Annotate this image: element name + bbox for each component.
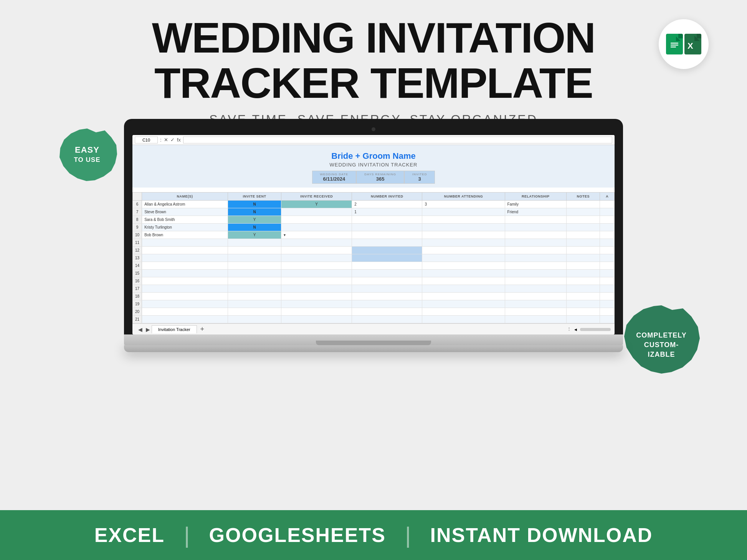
tab-invitation-tracker[interactable]: Invitation Tracker <box>152 325 197 333</box>
col-header-relationship: RELATIONSHIP <box>505 193 566 201</box>
table-row: 17 <box>133 285 615 293</box>
svg-rect-4 <box>671 46 676 48</box>
tab-nav-left[interactable]: ◀ <box>136 326 144 333</box>
tab-add-button[interactable]: + <box>198 325 207 334</box>
table-row: 18 <box>133 293 615 300</box>
svg-text:TO USE: TO USE <box>74 156 101 163</box>
scroll-left-icon[interactable]: ◄ <box>573 327 578 332</box>
svg-text:EASY: EASY <box>75 145 99 155</box>
formula-colon-icon: : <box>160 137 162 143</box>
formula-fx-icon: fx <box>177 137 181 143</box>
table-row: 20 <box>133 308 615 316</box>
table-row: 9 Kristy Turlington N <box>133 224 615 231</box>
col-header-rownum <box>133 193 142 201</box>
table-row: 8 Sara & Bob Smith Y <box>133 216 615 224</box>
title-line1: WEDDING INVITATION <box>152 14 595 62</box>
stats-row: WEDDING DATE 6/11/2024 DAYS REMAINING 36… <box>140 171 607 184</box>
main-title: WEDDING INVITATION TRACKER TEMPLATE <box>0 15 747 105</box>
tab-bar: ◀ ▶ Invitation Tracker + ⋮ ◄ <box>132 323 615 334</box>
col-header-extra: A <box>600 193 615 201</box>
tab-nav-right[interactable]: ▶ <box>144 326 152 333</box>
stat-days-remaining: DAYS REMAINING 365 <box>356 171 404 184</box>
customizable-badge: COMPLETELY CUSTOM- IZABLE <box>620 303 703 385</box>
table-row: 11 <box>133 239 615 247</box>
laptop-bottom <box>124 345 623 352</box>
title-line2: TRACKER TEMPLATE <box>154 59 593 107</box>
formula-bar: C10 : ✕ ✓ fx <box>132 135 615 145</box>
table-row: 16 <box>133 277 615 285</box>
table-row: 21 <box>133 316 615 323</box>
table-row: 19 <box>133 300 615 308</box>
bride-groom-name: Bride + Groom Name <box>140 151 607 161</box>
table-row: 14 <box>133 262 615 270</box>
table-row: 6 Allan & Angelica Astrom N Y 2 3 Family <box>133 201 615 208</box>
stat-invited: INVITED 3 <box>404 171 435 184</box>
col-header-num-attending: NUMBER ATTENDING <box>422 193 505 201</box>
easy-to-use-badge: EASY TO USE <box>56 127 119 190</box>
bottom-banner: EXCEL | GOOGLESHEETS | INSTANT DOWNLOAD <box>0 510 747 560</box>
table-row: 15 <box>133 270 615 277</box>
tab-right-controls: ⋮ ◄ <box>567 327 611 332</box>
formula-x-icon: ✕ <box>164 137 168 143</box>
svg-text:COMPLETELY: COMPLETELY <box>636 331 686 339</box>
svg-rect-2 <box>671 43 678 44</box>
col-header-invite-received: INVITE RECEIVED <box>281 193 352 201</box>
excel-icon: X <box>684 34 701 54</box>
svg-marker-8 <box>59 128 117 181</box>
cell-reference[interactable]: C10 <box>135 137 158 143</box>
svg-text:X: X <box>688 41 693 51</box>
banner-instant-download: INSTANT DOWNLOAD <box>411 524 672 547</box>
banner-googlesheets: GOOGLESHEETS <box>190 524 405 547</box>
svg-rect-0 <box>668 36 681 52</box>
formula-input[interactable] <box>183 137 612 143</box>
laptop: C10 : ✕ ✓ fx Bride + Groom Name WEDDING … <box>124 119 623 352</box>
col-header-names: NAME(S) <box>142 193 228 201</box>
app-badge: X <box>659 19 709 69</box>
data-table: NAME(S) INVITE SENT INVITE RECEIVED NUMB… <box>132 192 615 323</box>
banner-divider-1: | <box>184 522 190 548</box>
table-row: 12 <box>133 247 615 254</box>
table-row: 10 Bob Brown Y ▾ <box>133 231 615 239</box>
col-header-notes: NOTES <box>566 193 600 201</box>
laptop-screen: C10 : ✕ ✓ fx Bride + Groom Name WEDDING … <box>124 119 623 334</box>
tracker-title-text: WEDDING INVITATION TRACKER <box>140 162 607 168</box>
col-header-num-invited: NUMBER INVITED <box>352 193 422 201</box>
banner-excel: EXCEL <box>75 524 184 547</box>
col-header-invite-sent: INVITE SENT <box>228 193 281 201</box>
banner-divider-2: | <box>405 522 411 548</box>
svg-text:IZABLE: IZABLE <box>648 351 675 358</box>
sheets-icon <box>666 34 683 54</box>
laptop-screen-inner: C10 : ✕ ✓ fx Bride + Groom Name WEDDING … <box>132 135 615 334</box>
svg-rect-3 <box>671 44 678 46</box>
table-row: 7 Steve Brown N 1 Friend <box>133 208 615 216</box>
laptop-base <box>124 334 623 345</box>
stat-wedding-date: WEDDING DATE 6/11/2024 <box>312 171 357 184</box>
laptop-wrapper: C10 : ✕ ✓ fx Bride + Groom Name WEDDING … <box>124 119 623 352</box>
tab-options-icon[interactable]: ⋮ <box>567 327 571 332</box>
table-row: 13 <box>133 254 615 262</box>
laptop-camera <box>372 127 375 131</box>
horizontal-scrollbar[interactable] <box>580 328 611 331</box>
formula-check-icon: ✓ <box>170 137 175 143</box>
svg-marker-11 <box>624 305 700 374</box>
spreadsheet: C10 : ✕ ✓ fx Bride + Groom Name WEDDING … <box>132 135 615 334</box>
sheet-header: Bride + Groom Name WEDDING INVITATION TR… <box>132 145 615 188</box>
svg-text:CUSTOM-: CUSTOM- <box>644 341 679 349</box>
title-area: WEDDING INVITATION TRACKER TEMPLATE SAVE… <box>0 15 747 127</box>
